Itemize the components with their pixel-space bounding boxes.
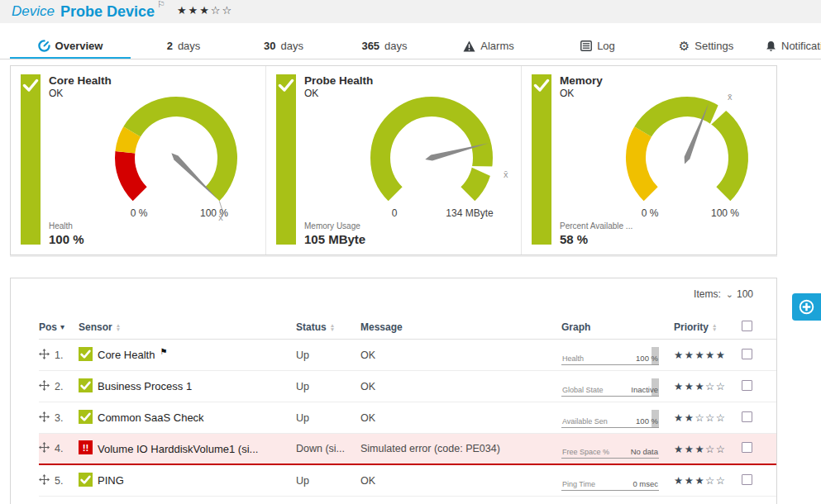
message-cell: OK bbox=[360, 381, 561, 392]
table-row: 3. Common SaaS Check ⚑ Up OK Available S… bbox=[39, 402, 776, 434]
table-header-row: Pos ▾ Sensor ▲▼ Status ▲▼ Message Graph … bbox=[39, 315, 776, 340]
tab-days[interactable]: 30 days bbox=[260, 40, 308, 59]
gauge-title: Memory bbox=[560, 74, 603, 87]
tab-days[interactable]: 365 days bbox=[357, 40, 412, 59]
gauge-card-probe-health[interactable]: Probe Health OK x̄ 0 134 MByte Memory Us… bbox=[266, 66, 522, 254]
message-cell: OK bbox=[360, 349, 561, 361]
tab-overview[interactable]: Overview bbox=[10, 40, 131, 59]
column-header-message[interactable]: Message bbox=[360, 321, 561, 333]
tab-days[interactable]: 2 days bbox=[164, 40, 203, 59]
mini-graph-label: Free Space % bbox=[562, 448, 609, 456]
status-cell: Up bbox=[296, 381, 360, 392]
add-button[interactable] bbox=[792, 293, 821, 321]
status-cell: Up bbox=[296, 412, 360, 424]
sensor-name-link[interactable]: Core Health bbox=[98, 349, 155, 361]
priority-stars[interactable]: ★★★☆☆ bbox=[674, 381, 727, 392]
status-ok-bar bbox=[276, 74, 296, 245]
circle-plus-icon bbox=[799, 299, 814, 315]
move-handle-icon[interactable] bbox=[39, 411, 50, 425]
chevron-down-icon[interactable]: ⌄ bbox=[726, 289, 733, 299]
table-row: 5. PING ⚑ Up OK Ping Time 0 msec ★★★☆☆ bbox=[39, 465, 776, 497]
row-checkbox[interactable] bbox=[742, 474, 752, 485]
tab-bar: Overview 2 days 30 days 365 days Alarms … bbox=[0, 37, 821, 59]
tab-settings[interactable]: ⚙ Settings bbox=[675, 40, 737, 59]
status-ok-bar bbox=[532, 74, 551, 245]
mini-graph-label: Global State bbox=[562, 386, 604, 394]
channel-label: Memory Usage bbox=[304, 221, 365, 231]
gauge-icon bbox=[38, 40, 50, 52]
mini-graph[interactable]: Global State Inactive bbox=[561, 377, 659, 397]
warning-icon bbox=[463, 40, 475, 52]
gauge-max-label: 100 % bbox=[685, 207, 765, 219]
gauge-min-label: 0 % bbox=[112, 207, 165, 219]
channel-label: Health bbox=[49, 221, 84, 231]
gauge-max-label: 134 MByte bbox=[430, 207, 509, 219]
tab-notifications[interactable]: Notifications bbox=[766, 40, 821, 59]
mini-graph[interactable]: Ping Time 0 msec bbox=[561, 471, 659, 491]
gauge-max-label: 100 % bbox=[174, 207, 254, 219]
gauge-card-core-health[interactable]: Core Health OK x̄ 0 % 100 % Health 100 % bbox=[11, 66, 266, 254]
column-header-sensor[interactable]: Sensor ▲▼ bbox=[79, 321, 296, 333]
titlebar: Device Probe Device ⚐ ★★★☆☆ bbox=[0, 0, 821, 23]
sensor-ok-icon bbox=[79, 473, 93, 487]
mini-graph[interactable]: Health 100 % bbox=[561, 345, 659, 365]
row-checkbox[interactable] bbox=[742, 380, 752, 391]
sort-icon: ▲▼ bbox=[116, 323, 121, 331]
items-count-row: Items:⌄100 bbox=[39, 288, 776, 305]
column-header-priority[interactable]: Priority ▲▼ bbox=[674, 321, 742, 333]
priority-stars[interactable]: ★★☆☆☆ bbox=[674, 412, 727, 424]
row-checkbox[interactable] bbox=[742, 442, 752, 453]
column-header-status[interactable]: Status ▲▼ bbox=[296, 321, 360, 333]
sensor-ok-icon bbox=[79, 378, 93, 392]
priority-stars[interactable]: ★★★☆☆ bbox=[674, 475, 727, 487]
sensor-name-link[interactable]: Common SaaS Check bbox=[98, 411, 204, 424]
channel-value: 58 % bbox=[560, 232, 632, 246]
sensor-name-link[interactable]: Volume IO HarddiskVolume1 (si... bbox=[98, 443, 258, 455]
priority-stars[interactable]: ★★★☆☆ bbox=[674, 444, 727, 455]
move-icon bbox=[39, 380, 50, 391]
device-name[interactable]: Probe Device bbox=[60, 3, 155, 21]
device-priority-rating[interactable]: ★★★☆☆ bbox=[177, 4, 233, 17]
move-handle-icon[interactable] bbox=[39, 442, 50, 455]
gear-icon: ⚙ bbox=[679, 40, 690, 52]
table-row: 2. Business Process 1 ⚑ Up OK Global Sta… bbox=[39, 371, 776, 402]
move-handle-icon[interactable] bbox=[39, 474, 50, 487]
sensor-name-link[interactable]: PING bbox=[98, 474, 124, 487]
mini-graph[interactable]: Free Space % No data bbox=[561, 439, 659, 459]
mini-graph-value: Inactive bbox=[631, 385, 658, 394]
sensor-ok-icon bbox=[79, 347, 93, 361]
device-type-label: Device bbox=[12, 3, 55, 20]
mini-graph-label: Ping Time bbox=[562, 480, 595, 488]
tab-alarms[interactable]: Alarms bbox=[459, 40, 518, 59]
row-checkbox[interactable] bbox=[742, 411, 752, 422]
select-all-checkbox[interactable] bbox=[742, 321, 752, 331]
channel-label: Percent Available ... bbox=[560, 221, 632, 231]
sensor-error-icon: !! bbox=[79, 440, 93, 454]
mini-graph[interactable]: Available Sen 100 % bbox=[561, 408, 659, 428]
row-checkbox[interactable] bbox=[742, 349, 752, 359]
column-header-graph[interactable]: Graph bbox=[561, 321, 674, 333]
gear-icon: ⚙ bbox=[679, 40, 690, 52]
items-count[interactable]: 100 bbox=[737, 288, 753, 300]
status-cell: Up bbox=[296, 475, 360, 487]
log-icon bbox=[580, 40, 592, 51]
gauge-chart: x̄ bbox=[345, 79, 518, 226]
gauge-min-label: 0 % bbox=[623, 207, 676, 219]
check-icon bbox=[533, 78, 550, 92]
sensor-name-link[interactable]: Business Process 1 bbox=[98, 380, 192, 392]
priority-stars[interactable]: ★★★★★ bbox=[674, 349, 727, 361]
check-icon bbox=[22, 78, 39, 92]
gauge-status: OK bbox=[560, 88, 603, 99]
gauge-card-memory[interactable]: Memory OK x̄ 0 % 100 % Percent Available… bbox=[522, 66, 776, 254]
gauge-chart: x̄ bbox=[600, 79, 774, 226]
table-row: 4. !! Volume IO HarddiskVolume1 (si... ⚑… bbox=[39, 434, 776, 465]
items-label: Items: bbox=[694, 288, 721, 300]
column-header-pos[interactable]: Pos ▾ bbox=[39, 321, 79, 333]
sort-icon: ▲▼ bbox=[712, 323, 717, 331]
move-handle-icon[interactable] bbox=[39, 349, 50, 362]
svg-text:x̄: x̄ bbox=[728, 92, 733, 102]
tab-log[interactable]: Log bbox=[578, 40, 618, 59]
move-handle-icon[interactable] bbox=[39, 380, 50, 393]
flag-outline-icon[interactable]: ⚐ bbox=[157, 0, 165, 10]
flag-icon: ⚑ bbox=[160, 347, 167, 356]
